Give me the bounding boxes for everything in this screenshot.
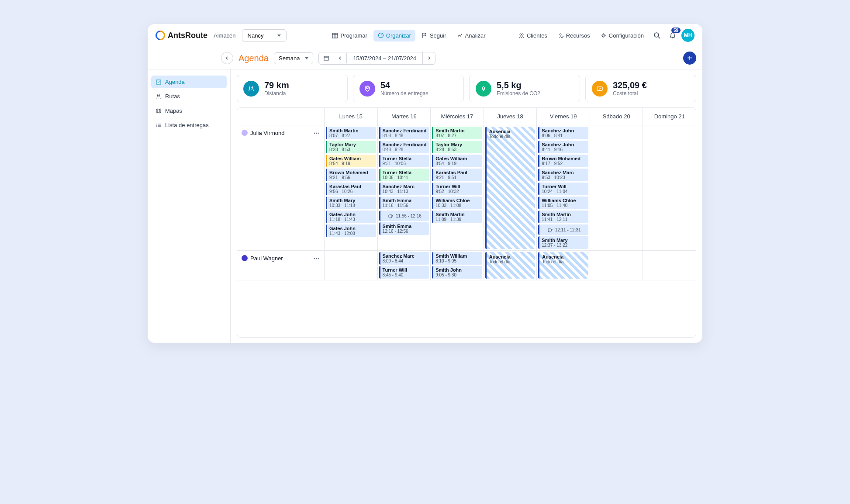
search-button[interactable] — [650, 28, 664, 42]
svg-point-8 — [562, 36, 563, 38]
sidebar-item-rutas[interactable]: Rutas — [151, 90, 227, 103]
nav-clientes[interactable]: Clientes — [514, 30, 552, 41]
warehouse-value: Nancy — [248, 32, 264, 39]
delivery-event[interactable]: Smith Martin8:07 - 8:27 — [326, 127, 376, 139]
nav-programar[interactable]: Programar — [328, 30, 371, 41]
delivery-event[interactable]: Gates John11:43 - 12:08 — [326, 224, 376, 237]
list-icon — [155, 122, 162, 128]
chevron-down-icon — [305, 57, 308, 59]
day-cell[interactable]: AusenciaTodo el día — [537, 251, 590, 280]
delivery-event[interactable]: Smith Martin11:41 - 12:11 — [538, 211, 588, 223]
day-cell[interactable]: Sanchez John8:06 - 8:41Sanchez John8:41 … — [537, 125, 590, 250]
calendar-body[interactable]: Julia Virmond⋯Smith Martin8:07 - 8:27Tay… — [237, 125, 696, 280]
day-cell[interactable]: AusenciaTodo el día — [484, 251, 537, 280]
add-button[interactable]: + — [683, 52, 696, 65]
delivery-event[interactable]: Smith William8:10 - 9:05 — [432, 252, 482, 265]
stat-card: 79 kmDistancia — [237, 75, 348, 102]
warehouse-dropdown[interactable]: Nancy — [242, 29, 287, 42]
stat-card: 325,09 €Coste total — [585, 75, 696, 102]
delivery-event[interactable]: Sanchez Marc8:09 - 8:44 — [379, 252, 429, 265]
gauge-icon — [378, 32, 384, 38]
day-cell[interactable] — [643, 125, 696, 250]
day-cell[interactable]: AusenciaTodo el día — [484, 125, 537, 250]
nav-organizar[interactable]: Organizar — [373, 30, 415, 41]
calendar-grid-icon — [332, 32, 338, 38]
day-header: Lunes 15 — [325, 108, 378, 125]
sidebar-item-agenda[interactable]: Agenda — [151, 76, 227, 88]
person-gear-icon — [558, 32, 564, 38]
logo[interactable]: AntsRoute — [155, 31, 207, 40]
delivery-event[interactable]: Turner Stella10:06 - 10:41 — [379, 169, 429, 181]
delivery-event[interactable]: Karastas Paul9:56 - 10:26 — [326, 183, 376, 195]
delivery-event[interactable]: Brown Mohamed9:17 - 9:52 — [538, 155, 588, 167]
absence-block[interactable]: AusenciaTodo el día — [485, 252, 536, 279]
nav-analizar[interactable]: Analizar — [453, 30, 490, 41]
delivery-event[interactable]: Sanchez Marc10:43 - 11:13 — [379, 183, 429, 195]
nav-seguir[interactable]: Seguir — [417, 30, 451, 41]
delivery-event[interactable]: Sanchez Ferdinand8:08 - 8:48 — [379, 127, 429, 139]
break-event[interactable]: 12:11 - 12:31 — [538, 224, 588, 235]
delivery-event[interactable]: Smith Martin11:09 - 11:39 — [432, 211, 482, 223]
prev-week-button[interactable] — [334, 53, 347, 63]
delivery-event[interactable]: Turner Will10:24 - 11:04 — [538, 183, 588, 195]
day-cell[interactable]: Sanchez Ferdinand8:08 - 8:48Sanchez Ferd… — [378, 125, 431, 250]
sidebar-item-entregas[interactable]: Lista de entregas — [151, 119, 227, 131]
absence-block[interactable]: AusenciaTodo el día — [538, 252, 588, 279]
cup-icon — [388, 213, 393, 218]
delivery-event[interactable]: Gates William8:54 - 9:19 — [432, 155, 482, 167]
day-cell[interactable]: Smith Martin8:07 - 8:27Taylor Mary8:28 -… — [325, 125, 378, 250]
delivery-event[interactable]: Taylor Mary8:28 - 8:53 — [432, 141, 482, 153]
driver-color-dot — [242, 255, 248, 261]
avatar[interactable]: MH — [681, 29, 695, 42]
delivery-event[interactable]: Sanchez Marc9:53 - 10:23 — [538, 169, 588, 181]
collapse-button[interactable] — [221, 52, 233, 64]
delivery-event[interactable]: Brown Mohamed9:21 - 9:56 — [326, 169, 376, 181]
svg-line-11 — [658, 37, 660, 38]
stat-label: Distancia — [264, 90, 289, 97]
svg-point-17 — [599, 88, 601, 89]
driver-menu-button[interactable]: ⋯ — [314, 130, 320, 136]
day-cell[interactable] — [590, 125, 643, 250]
chevron-right-icon — [427, 56, 431, 60]
delivery-event[interactable]: Williams Chloe11:05 - 11:40 — [538, 197, 588, 209]
day-cell[interactable] — [590, 251, 643, 280]
delivery-event[interactable]: Smith Emma12:16 - 12:56 — [379, 222, 429, 235]
nav-configuracion[interactable]: Configuración — [596, 30, 648, 41]
sidebar-item-mapas[interactable]: Mapas — [151, 104, 227, 117]
delivery-event[interactable]: Smith Mary12:37 - 13:22 — [538, 236, 588, 249]
date-navigator: 15/07/2024 – 21/07/2024 — [318, 52, 435, 65]
driver-menu-button[interactable]: ⋯ — [314, 255, 320, 262]
view-dropdown[interactable]: Semana — [274, 52, 313, 64]
delivery-event[interactable]: Smith John9:05 - 9:30 — [432, 266, 482, 279]
people-icon — [518, 32, 525, 38]
delivery-event[interactable]: Turner Will9:52 - 10:32 — [432, 183, 482, 195]
next-week-button[interactable] — [423, 53, 435, 63]
break-event[interactable]: 11:56 - 12:16 — [379, 211, 429, 221]
day-cell[interactable] — [325, 251, 378, 280]
date-range: 15/07/2024 – 21/07/2024 — [347, 52, 423, 64]
calendar: Lunes 15Martes 16Miércoles 17Jueves 18Vi… — [237, 107, 696, 338]
delivery-event[interactable]: Taylor Mary8:28 - 8:53 — [326, 141, 376, 153]
delivery-event[interactable]: Gates John11:18 - 11:43 — [326, 211, 376, 223]
delivery-event[interactable]: Gates William8:54 - 9:19 — [326, 155, 376, 167]
notifications-button[interactable]: 59 — [666, 28, 680, 42]
delivery-event[interactable]: Smith Mary10:33 - 11:18 — [326, 197, 376, 209]
delivery-event[interactable]: Sanchez John8:06 - 8:41 — [538, 127, 588, 139]
delivery-event[interactable]: Smith Emma11:16 - 11:56 — [379, 197, 429, 209]
delivery-event[interactable]: Turner Will8:45 - 9:40 — [379, 266, 429, 279]
date-picker-button[interactable] — [319, 52, 334, 64]
brand-name: AntsRoute — [168, 31, 207, 40]
day-cell[interactable]: Smith Martin8:07 - 8:27Taylor Mary8:28 -… — [431, 125, 484, 250]
nav-recursos[interactable]: Recursos — [553, 30, 594, 41]
delivery-event[interactable]: Karastas Paul9:21 - 9:51 — [432, 169, 482, 181]
delivery-event[interactable]: Williams Chloe10:33 - 11:08 — [432, 197, 482, 209]
stat-label: Emisiones de CO2 — [497, 90, 540, 97]
day-cell[interactable]: Sanchez Marc8:09 - 8:44Turner Will8:45 -… — [378, 251, 431, 280]
delivery-event[interactable]: Turner Stella9:31 - 10:06 — [379, 155, 429, 167]
delivery-event[interactable]: Smith Martin8:07 - 8:27 — [432, 127, 482, 139]
day-cell[interactable] — [643, 251, 696, 280]
delivery-event[interactable]: Sanchez John8:41 - 9:16 — [538, 141, 588, 153]
absence-block[interactable]: AusenciaTodo el día — [485, 127, 536, 249]
delivery-event[interactable]: Sanchez Ferdinand8:48 - 9:28 — [379, 141, 429, 153]
day-cell[interactable]: Smith William8:10 - 9:05Smith John9:05 -… — [431, 251, 484, 280]
